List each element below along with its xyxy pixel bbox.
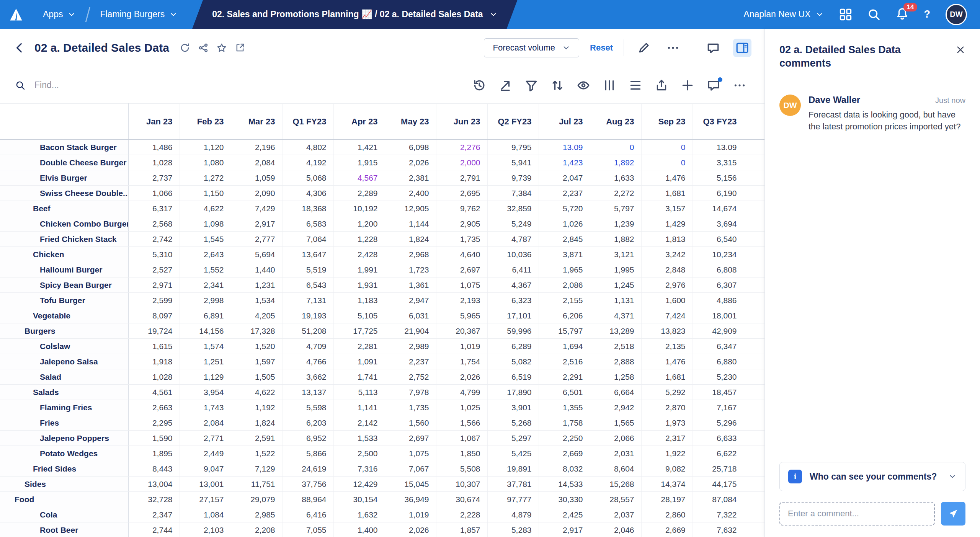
grid-cell[interactable]: 1,066	[128, 186, 180, 201]
column-header[interactable]: Q2 FY23	[487, 104, 539, 140]
grid-cell[interactable]: 19,891	[487, 461, 539, 477]
grid-cell[interactable]: 2,888	[590, 354, 641, 369]
grid-cell[interactable]: 1,758	[539, 415, 590, 431]
grid-cell[interactable]: 2,295	[128, 415, 180, 431]
comments-button[interactable]	[704, 39, 722, 57]
grid-cell[interactable]: 3,694	[693, 216, 744, 232]
grid-cell[interactable]: 8,604	[590, 461, 641, 477]
grid-cell[interactable]: 2,976	[641, 277, 693, 293]
grid-cell[interactable]: 2,135	[641, 339, 693, 354]
grid-cell[interactable]: 37,781	[487, 477, 539, 492]
grid-cell[interactable]: 1,429	[641, 216, 693, 232]
grid-cell[interactable]: 1,857	[436, 522, 487, 537]
grid-cell[interactable]: 12,905	[385, 201, 436, 216]
grid-cell[interactable]: 1,059	[231, 170, 282, 186]
row-label[interactable]: Chicken Combo Burger	[0, 216, 128, 232]
grid-cell[interactable]: 4,886	[693, 293, 744, 308]
grid-cell[interactable]: 5,720	[539, 201, 590, 216]
grid-cell[interactable]: 88,964	[282, 492, 333, 507]
grid-cell[interactable]: 5,425	[487, 446, 539, 461]
grid-cell[interactable]: 6,891	[180, 308, 231, 323]
grid-cell[interactable]: 2,317	[641, 431, 693, 446]
column-header[interactable]: Jan 23	[128, 104, 180, 140]
grid-cell[interactable]: 1,931	[333, 277, 385, 293]
column-header[interactable]: Feb 23	[180, 104, 231, 140]
grid-cell[interactable]: 1,258	[590, 369, 641, 385]
grid-cell[interactable]: 1,150	[180, 186, 231, 201]
share-icon[interactable]	[198, 43, 208, 53]
grid-cell[interactable]: 2,669	[641, 522, 693, 537]
grid-cell[interactable]: 18,001	[693, 308, 744, 323]
grid-cell[interactable]: 1,251	[180, 354, 231, 369]
open-external-icon[interactable]	[235, 43, 245, 53]
grid-cell[interactable]: 1,552	[180, 262, 231, 277]
page-breadcrumb-tab[interactable]: 02. Sales and Promotions Planning 📈 / 02…	[192, 0, 517, 29]
grid-cell[interactable]: 5,866	[282, 446, 333, 461]
grid-cell[interactable]: 5,068	[282, 170, 333, 186]
grid-cell[interactable]: 1,681	[641, 186, 693, 201]
grid-cell[interactable]: 2,985	[231, 507, 282, 522]
grid-cell[interactable]: 2,791	[436, 170, 487, 186]
grid-cell[interactable]: 7,055	[282, 522, 333, 537]
grid-cell[interactable]: 2,026	[385, 155, 436, 170]
grid-cell[interactable]: 4,306	[282, 186, 333, 201]
grid-cell[interactable]: 15,797	[539, 323, 590, 339]
grid-cell[interactable]: 2,737	[128, 170, 180, 186]
grid-cell[interactable]: 30,330	[539, 492, 590, 507]
grid-cell[interactable]: 7,322	[693, 507, 744, 522]
grid-cell[interactable]: 13,289	[590, 323, 641, 339]
grid-cell[interactable]: 29,079	[231, 492, 282, 507]
grid-cell[interactable]: 0	[641, 155, 693, 170]
grid-cell[interactable]: 1,272	[180, 170, 231, 186]
grid-cell[interactable]: 7,067	[385, 461, 436, 477]
grid-cell[interactable]: 21,904	[385, 323, 436, 339]
reset-button[interactable]: Reset	[590, 43, 613, 53]
grid-cell[interactable]: 2,848	[641, 262, 693, 277]
row-label[interactable]: Jalepeno Salsa	[0, 354, 128, 369]
grid-cell[interactable]: 9,739	[487, 170, 539, 186]
grid-cell[interactable]: 2,744	[128, 522, 180, 537]
row-label[interactable]: Salad	[0, 369, 128, 385]
grid-cell[interactable]: 59,996	[487, 323, 539, 339]
environment-menu[interactable]: Anaplan New UX	[743, 9, 823, 20]
grid-cell[interactable]: 5,156	[693, 170, 744, 186]
grid-cell[interactable]: 5,797	[590, 201, 641, 216]
grid-cell[interactable]: 7,064	[282, 232, 333, 247]
grid-cell[interactable]: 1,192	[231, 400, 282, 415]
grid-cell[interactable]: 2,026	[436, 369, 487, 385]
grid-cell[interactable]: 5,105	[333, 308, 385, 323]
grid-cell[interactable]: 9,047	[180, 461, 231, 477]
grid-cell[interactable]: 2,947	[385, 293, 436, 308]
grid-cell[interactable]: 2,037	[590, 507, 641, 522]
grid-cell[interactable]: 1,084	[180, 507, 231, 522]
grid-cell[interactable]: 25,718	[693, 461, 744, 477]
grid-cell[interactable]: 10,192	[333, 201, 385, 216]
grid-cell[interactable]: 1,735	[385, 400, 436, 415]
grid-cell[interactable]: 1,028	[128, 369, 180, 385]
grid-cell[interactable]: 4,561	[128, 385, 180, 400]
column-header[interactable]: Q3 FY23	[693, 104, 744, 140]
grid-cell[interactable]: 2,905	[436, 216, 487, 232]
grid-cell[interactable]: 1,245	[590, 277, 641, 293]
grid-cell[interactable]: 2,968	[385, 247, 436, 262]
grid-cell[interactable]: 7,384	[487, 186, 539, 201]
grid-cell[interactable]: 1,824	[385, 232, 436, 247]
close-panel-button[interactable]	[956, 45, 965, 55]
grid-cell[interactable]: 2,400	[385, 186, 436, 201]
grid-cell[interactable]: 1,183	[333, 293, 385, 308]
grid-cell[interactable]: 2,771	[180, 431, 231, 446]
grid-cell[interactable]: 1,995	[590, 262, 641, 277]
grid-cell[interactable]: 24,619	[282, 461, 333, 477]
row-label[interactable]: Bacon Stack Burger	[0, 140, 128, 155]
grid-cell[interactable]: 7,424	[641, 308, 693, 323]
grid-cell[interactable]: 2,971	[128, 277, 180, 293]
cell-comments-button[interactable]	[704, 76, 723, 95]
grid-cell[interactable]: 1,067	[436, 431, 487, 446]
grid-cell[interactable]: 2,425	[539, 507, 590, 522]
grid-cell[interactable]: 9,795	[487, 140, 539, 155]
grid-cell[interactable]: 2,568	[128, 216, 180, 232]
grid-cell[interactable]: 2,228	[436, 507, 487, 522]
grid-cell[interactable]: 2,527	[128, 262, 180, 277]
grid-cell[interactable]: 1,545	[180, 232, 231, 247]
grid-cell[interactable]: 6,031	[385, 308, 436, 323]
